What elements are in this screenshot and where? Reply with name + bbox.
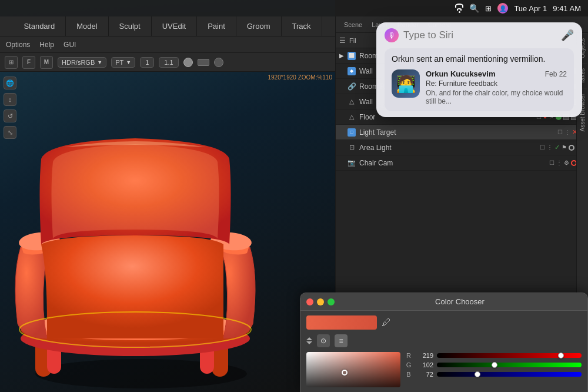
siri-input-row: 🎙 🎤 [385, 28, 574, 42]
cc-check-icon[interactable]: ☐ [549, 160, 554, 166]
siri-input[interactable] [403, 29, 556, 41]
scene-item-light-target[interactable]: □ Light Target ☐ ⋮ ✕ ⚑ [336, 125, 588, 140]
tab-groom[interactable]: Groom [236, 16, 282, 36]
b-row: B 72 [405, 371, 582, 378]
b-thumb[interactable] [475, 371, 480, 377]
siri-mic-icon[interactable]: 🎤 [561, 29, 574, 42]
r-row: R 219 [405, 352, 582, 359]
al-check-icon[interactable]: ☐ [540, 144, 545, 151]
cc-dots-icon[interactable]: ⋮ [556, 160, 562, 166]
menu-bar: 🔍 ⊞ 👤 Tue Apr 1 9:41 AM [0, 0, 588, 16]
scale-icon[interactable]: ⤡ [4, 126, 16, 139]
color-gradient[interactable] [306, 352, 400, 387]
scene-item-chair-cam[interactable]: 📷 Chair Cam ☐ ⋮ ⚙ ⊘ [336, 155, 588, 171]
arrow-down-icon[interactable] [306, 341, 312, 344]
tab-sculpt[interactable]: Sculpt [109, 16, 152, 36]
tab-standard[interactable]: Standard [13, 16, 66, 36]
tab-track[interactable]: Track [282, 16, 322, 36]
window-close-btn[interactable] [306, 298, 313, 305]
g-thumb[interactable] [492, 362, 497, 368]
color-preview-row: 🖊 [306, 315, 582, 330]
al-flag: ⚑ [562, 144, 567, 151]
color-chooser-title: Color Chooser [338, 297, 582, 306]
al-dots-icon[interactable]: ⋮ [547, 144, 553, 151]
r-thumb[interactable] [558, 353, 564, 358]
window-max-btn[interactable] [328, 298, 335, 305]
tab-paint[interactable]: Paint [197, 16, 236, 36]
notification-body: 🧑‍💻 Orkun Kucuksevim Feb 22 Re: Furnitur… [392, 69, 567, 105]
room-icon: ⬜ [348, 52, 356, 60]
color-swatch[interactable] [306, 315, 377, 330]
mode-dropdown[interactable]: PT ▼ [111, 57, 135, 68]
window-min-btn[interactable] [317, 298, 324, 305]
floor-icon: △ [348, 113, 356, 121]
g-value: 102 [416, 361, 433, 368]
toolbar-f-btn[interactable]: F [22, 56, 35, 69]
panel-tab-scene[interactable]: Scene [340, 20, 366, 29]
gradient-handle[interactable] [342, 370, 348, 376]
notif-header: Orkun Kucuksevim Feb 22 [426, 69, 567, 78]
color-chooser-titlebar: Color Chooser [300, 293, 587, 311]
notification-card: Orkun sent an email mentioning vermilion… [385, 48, 574, 111]
color-circle-btn[interactable] [214, 58, 223, 67]
globe-icon[interactable]: 🌐 [4, 77, 16, 89]
chair-cam-icon: 📷 [348, 159, 356, 167]
b-value: 72 [416, 371, 433, 378]
control-center-icon[interactable]: ⊞ [485, 4, 492, 13]
help-menu[interactable]: Help [39, 41, 54, 49]
color-chooser: Color Chooser 🖊 ⊙ ≡ [300, 293, 588, 392]
color-tab-sliders[interactable]: ≡ [335, 334, 348, 347]
bottom-content-row: R 219 G 102 B 72 [306, 352, 582, 387]
options-menu[interactable]: Options [6, 41, 30, 49]
tab-uvedit[interactable]: UVEdit [152, 16, 197, 36]
scene-item-area-light[interactable]: ⊡ Area Light ☐ ⋮ ✓ ⚑ [336, 140, 588, 155]
move-icon[interactable]: ↕ [4, 93, 16, 106]
left-toolbar: 🌐 ↕ ↺ ⤡ [4, 77, 16, 139]
g-label: G [405, 361, 412, 368]
chair-3d [0, 129, 335, 388]
tab-model[interactable]: Model [66, 16, 108, 36]
gui-menu[interactable]: GUI [64, 41, 76, 49]
color-rect-btn[interactable] [198, 59, 209, 66]
b-slider[interactable] [437, 372, 582, 377]
filter-label: Fil [349, 37, 356, 44]
value2-btn[interactable]: 1.1 [159, 57, 178, 68]
r-value: 219 [416, 352, 433, 359]
notification-content: Orkun Kucuksevim Feb 22 Re: Furniture fe… [426, 69, 567, 105]
g-slider[interactable] [437, 363, 582, 367]
r-label: R [405, 352, 412, 359]
viewport-info: 1920*1920 ZOOM:%110 [268, 74, 332, 81]
area-light-icon: ⊡ [348, 144, 356, 152]
menu-bar-datetime: Tue Apr 1 [514, 4, 547, 13]
wifi-icon[interactable] [455, 4, 463, 13]
renderer-dropdown[interactable]: HDR/sRGB ▼ [58, 57, 106, 68]
color-chooser-tabs: ⊙ ≡ [306, 334, 582, 347]
menu-bar-right: 🔍 ⊞ 👤 Tue Apr 1 9:41 AM [455, 3, 581, 14]
viewport[interactable]: Standard Model Sculpt UVEdit Paint Groom… [0, 0, 335, 392]
lt-check-icon[interactable]: ☐ [557, 129, 563, 135]
eyedropper-btn[interactable]: 🖊 [382, 317, 391, 328]
lt-dots-icon[interactable]: ⋮ [564, 129, 570, 135]
al-target [569, 145, 574, 151]
rotate-icon[interactable]: ↺ [4, 109, 16, 122]
sender-name: Orkun Kucuksevim [426, 69, 496, 78]
color-picker-arrows[interactable] [306, 337, 312, 344]
color-tab-wheel[interactable]: ⊙ [317, 334, 330, 347]
app-toolbar: Standard Model Sculpt UVEdit Paint Groom… [0, 16, 335, 36]
sender-avatar: 🧑‍💻 [392, 69, 420, 98]
toolbar-snap-btn[interactable]: ⊞ [5, 56, 18, 69]
value1-btn[interactable]: 1 [140, 57, 154, 68]
sub-toolbar: ⊞ F M HDR/sRGB ▼ PT ▼ 1 1.1 [0, 53, 335, 72]
spotlight-icon[interactable]: 🔍 [469, 4, 479, 13]
user-avatar[interactable]: 👤 [497, 3, 508, 14]
wall1-icon: ◆ [348, 67, 356, 75]
arrow-up-icon[interactable] [306, 337, 312, 340]
room-rim-icon: 🔗 [348, 82, 356, 91]
notif-date: Feb 22 [545, 70, 567, 78]
rgb-sliders: R 219 G 102 B 72 [405, 352, 582, 378]
menu-bar-time: 9:41 AM [553, 4, 581, 13]
color-sphere-btn[interactable] [183, 58, 193, 67]
r-slider[interactable] [437, 353, 582, 358]
filter-icon: ☰ [339, 36, 346, 45]
toolbar-m-btn[interactable]: M [40, 56, 53, 69]
